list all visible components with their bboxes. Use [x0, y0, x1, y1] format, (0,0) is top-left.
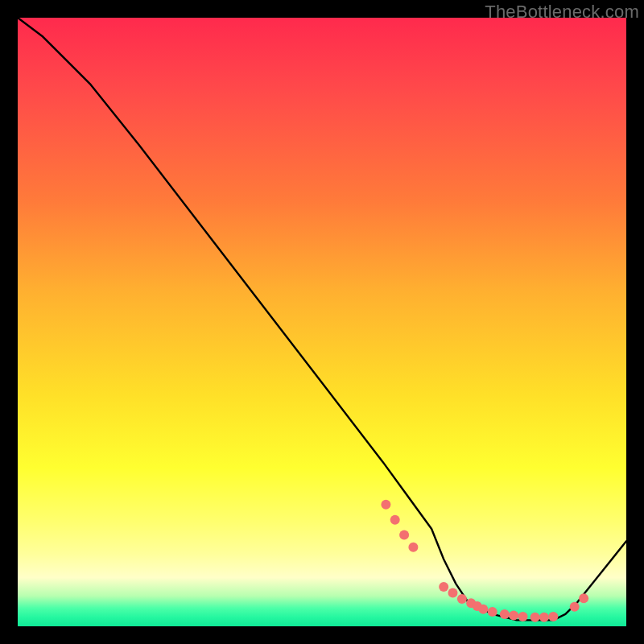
highlight-dot	[518, 612, 528, 621]
highlight-dot	[530, 613, 540, 622]
highlight-dot	[408, 543, 418, 552]
highlight-dot	[579, 593, 588, 603]
bottleneck-curve	[18, 18, 626, 620]
highlight-dot	[548, 612, 558, 621]
chart-plot-area	[18, 18, 626, 626]
chart-stage: TheBottleneck.com	[0, 0, 644, 644]
watermark-text: TheBottleneck.com	[485, 2, 639, 23]
chart-svg	[18, 18, 626, 626]
highlight-dot	[457, 594, 467, 604]
highlight-dot	[390, 515, 400, 525]
highlight-dot	[399, 530, 409, 540]
highlight-dot	[488, 607, 497, 617]
highlight-dot	[478, 605, 488, 614]
highlight-dot	[381, 500, 390, 510]
highlight-dot	[539, 613, 549, 622]
highlight-dot	[500, 609, 510, 619]
highlight-dots	[381, 500, 588, 622]
highlight-dot	[509, 610, 518, 620]
highlight-dot	[439, 582, 448, 592]
highlight-dot	[448, 588, 458, 597]
highlight-dot	[570, 602, 580, 612]
